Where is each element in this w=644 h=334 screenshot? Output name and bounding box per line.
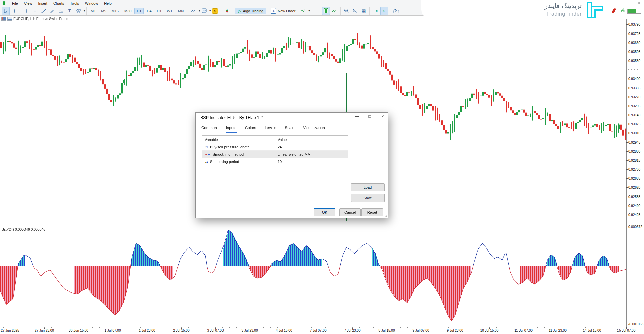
time-minor-tick [387, 327, 387, 328]
time-minor-tick [394, 327, 394, 328]
time-tick-label: 2 Jul 15:00 [168, 329, 195, 332]
timeframe-w1[interactable]: W1 [165, 8, 175, 14]
reset-button[interactable]: Reset [361, 208, 383, 216]
horizontal-line-icon[interactable] [31, 7, 39, 15]
time-minor-tick [400, 327, 401, 328]
text-icon[interactable]: T [66, 7, 74, 15]
table-row[interactable]: ◄►Smoothing methodLinear weighted MA [202, 151, 348, 158]
menu-charts[interactable]: Charts [50, 1, 67, 6]
dialog-close-button[interactable]: × [380, 114, 385, 119]
auto-scroll-icon[interactable]: ⇤ [380, 7, 388, 15]
menu-tools[interactable]: Tools [67, 1, 82, 6]
time-minor-tick [92, 327, 93, 328]
menu-window[interactable]: Window [82, 1, 101, 6]
indicator-insert-icon[interactable] [299, 7, 307, 15]
indicator-pane-separator[interactable] [0, 224, 644, 224]
time-minor-tick [298, 327, 298, 328]
dialog-minimize-button[interactable]: — [354, 114, 360, 119]
timeframe-m30[interactable]: M30 [122, 8, 134, 14]
tab-visualization[interactable]: Visualization [303, 125, 325, 133]
menu-view[interactable]: View [21, 1, 35, 6]
cancel-button[interactable]: Cancel [339, 208, 361, 216]
menu-file[interactable]: File [9, 1, 21, 6]
time-minor-tick [236, 327, 237, 328]
tab-inputs[interactable]: Inputs [226, 125, 237, 133]
price-tick [626, 187, 628, 188]
new-order-button[interactable]: + New Order [268, 7, 298, 15]
time-minor-tick [442, 327, 442, 328]
time-minor-tick [38, 327, 38, 328]
crosshair-icon[interactable] [10, 7, 18, 15]
line-chart-icon[interactable] [331, 7, 339, 15]
shapes-dropdown-icon[interactable]: ▾ [84, 9, 85, 12]
tab-levels[interactable]: Levels [264, 125, 276, 133]
indicators-icon[interactable] [190, 7, 198, 15]
window-close-button[interactable]: × [637, 1, 641, 5]
trendline-icon[interactable] [40, 7, 48, 15]
time-minor-tick [209, 327, 209, 328]
time-minor-tick [24, 327, 24, 328]
time-tick-label: 3 Jul 07:00 [202, 329, 229, 332]
zoom-out-icon[interactable] [351, 7, 359, 15]
dollar-icon[interactable]: $ [211, 7, 219, 15]
indicator-window-icon[interactable] [200, 7, 208, 15]
indicator-window-dropdown-icon[interactable]: ▾ [209, 9, 211, 12]
price-tick [626, 88, 628, 88]
window-minimize-button[interactable]: — [616, 1, 621, 5]
oneclick-trading-icon[interactable] [1, 17, 6, 21]
cursor-icon[interactable] [2, 7, 10, 15]
time-minor-tick [544, 327, 545, 328]
price-tick-label: 0.93595 [628, 50, 644, 54]
brush-icon[interactable] [612, 8, 616, 13]
cycle-lines-icon[interactable] [57, 7, 65, 15]
zoom-in-icon[interactable] [342, 7, 350, 15]
vertical-line-icon[interactable] [22, 7, 30, 15]
buy-sell-arrows-icon[interactable]: ▲▼ [223, 7, 231, 15]
time-minor-tick [462, 327, 462, 328]
menu-help[interactable]: Help [101, 1, 115, 6]
table-row[interactable]: 01Buy/sell pressure length24 [202, 143, 348, 151]
timeframe-mn[interactable]: MN [176, 8, 186, 14]
screenshot-icon[interactable] [392, 7, 400, 15]
algo-trading-button[interactable]: ▷ Algo Trading [235, 8, 266, 14]
window-restore-button[interactable]: □ [627, 1, 631, 5]
table-row[interactable]: 01Smoothing period10 [202, 158, 348, 165]
resize-grip-icon[interactable]: ◢ [385, 214, 387, 217]
shapes-icon[interactable] [75, 7, 83, 15]
menu-insert[interactable]: Insert [35, 1, 50, 6]
dialog-title: BSP Indicator MT5 - By TFlab 1.2 [200, 115, 263, 120]
header-value: Value [274, 137, 348, 142]
mt5-window: FileViewInsertChartsToolsWindowHelp [0, 0, 644, 334]
ok-button[interactable]: OK [314, 208, 335, 216]
indicator-insert-dropdown-icon[interactable]: ▾ [308, 9, 310, 12]
time-minor-tick [257, 327, 257, 328]
time-minor-tick [31, 327, 31, 328]
tile-windows-icon[interactable]: ▦ [360, 7, 368, 15]
timeframe-h1[interactable]: H1 [134, 8, 144, 14]
candle-chart-icon[interactable] [322, 7, 330, 15]
tab-common[interactable]: Common [201, 125, 217, 133]
save-button[interactable]: Save [351, 194, 385, 202]
bar-chart-icon[interactable] [313, 7, 321, 15]
dialog-maximize-button[interactable]: □ [367, 114, 373, 119]
timeframe-m1[interactable]: M1 [88, 8, 98, 14]
time-tick-label: 3 Jul 23:00 [236, 329, 263, 332]
time-minor-tick [202, 327, 202, 328]
shift-end-icon[interactable]: ⇥ [371, 7, 380, 15]
timeframe-d1[interactable]: D1 [155, 8, 164, 14]
time-minor-tick [79, 327, 79, 328]
timeframe-h4[interactable]: H4 [144, 8, 154, 14]
time-tick-label: 9 Jul 23:00 [442, 329, 468, 332]
indicators-dropdown-icon[interactable]: ▾ [199, 9, 200, 12]
timeframe-group: M1M5M15M30H1H4D1W1MN [87, 7, 188, 15]
tab-colors[interactable]: Colors [245, 125, 256, 133]
time-minor-tick [469, 327, 469, 328]
param-name: ◄►Smoothing method [202, 151, 274, 158]
channel-icon[interactable] [48, 7, 56, 15]
load-button[interactable]: Load [351, 183, 385, 191]
tab-scale[interactable]: Scale [284, 125, 295, 133]
price-tick-label: 0.93400 [628, 77, 644, 81]
price-tick [626, 151, 628, 152]
timeframe-m5[interactable]: M5 [99, 8, 108, 14]
timeframe-m15[interactable]: M15 [109, 8, 121, 14]
